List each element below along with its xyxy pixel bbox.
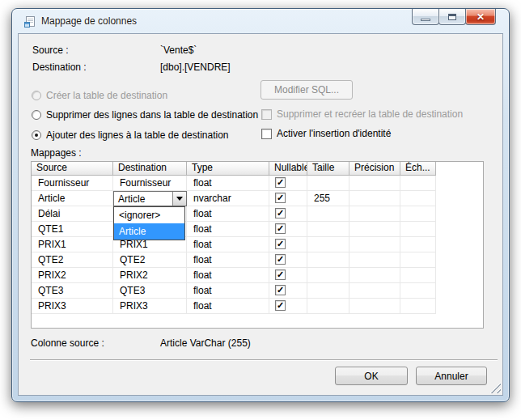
radio-delete-rows[interactable]: Supprimer des lignes dans la table de de… [32,109,258,121]
cell-precision[interactable] [349,176,400,191]
source-column-label: Colonne source : [31,337,104,349]
cell-destination[interactable]: QTE2 [113,252,187,268]
table-row[interactable]: PRIX3 PRIX3 float ✓ [32,299,483,314]
column-header-nullable[interactable]: Nullable [269,162,307,176]
cell-precision[interactable] [349,299,400,314]
nullable-checkbox[interactable]: ✓ [275,285,286,295]
cancel-button[interactable]: Annuler [416,367,487,385]
radio-append-rows[interactable]: Ajouter des lignes à la table de destina… [32,129,229,141]
dropdown-item-article[interactable]: Article [114,223,184,240]
cell-type[interactable]: float [187,268,269,283]
minimize-button[interactable] [412,9,439,25]
chevron-down-icon [176,197,183,204]
checkbox-icon [261,109,272,120]
cell-taille[interactable] [307,176,349,191]
table-row[interactable]: PRIX2 PRIX2 float ✓ [32,268,483,283]
cell-echelle[interactable] [400,191,436,206]
cell-echelle[interactable] [400,222,436,237]
cell-type[interactable]: float [187,237,269,252]
cell-destination[interactable]: PRIX3 [113,299,187,314]
edit-sql-button: Modifier SQL... [260,80,353,100]
nullable-checkbox[interactable]: ✓ [275,223,286,234]
column-header-precision[interactable]: Précision [349,162,400,176]
cell-precision[interactable] [349,252,400,268]
cell-source: QTE1 [32,222,113,237]
cell-nullable: ✓ [269,222,307,237]
cell-type[interactable]: float [187,299,269,314]
check-icon: ✓ [277,239,284,248]
checkbox-label: Activer l'insertion d'identité [277,128,391,139]
column-header-destination[interactable]: Destination [113,162,187,176]
cell-echelle[interactable] [400,176,436,191]
cell-precision[interactable] [349,283,400,299]
cell-echelle[interactable] [400,237,436,252]
cell-source: PRIX2 [32,268,113,283]
grid-header-filler [436,162,483,176]
close-button[interactable]: ✕ [465,9,496,25]
cell-taille[interactable] [307,299,349,314]
cell-type[interactable]: nvarchar [187,191,269,206]
radio-label: Créer la table de destination [46,90,167,101]
nullable-checkbox[interactable]: ✓ [275,300,286,311]
cell-precision[interactable] [349,222,400,237]
nullable-checkbox[interactable]: ✓ [275,254,286,265]
cell-taille[interactable] [307,237,349,252]
table-row[interactable]: Article nvarchar ✓ 255 [32,191,483,206]
column-header-type[interactable]: Type [187,162,269,176]
cell-echelle[interactable] [400,268,436,283]
nullable-checkbox[interactable]: ✓ [275,177,286,188]
cell-source: Fournisseur [32,176,113,191]
cell-nullable: ✓ [269,206,307,222]
nullable-checkbox[interactable]: ✓ [275,269,286,280]
dropdown-item-ignorer[interactable]: <ignorer> [114,207,184,223]
column-header-taille[interactable]: Taille [307,162,349,176]
table-row[interactable]: PRIX1 PRIX1 float ✓ [32,237,483,252]
table-row[interactable]: QTE3 QTE3 float ✓ [32,283,483,299]
checkbox-enable-identity-insert[interactable]: Activer l'insertion d'identité [261,128,391,139]
cell-echelle[interactable] [400,283,436,299]
destination-combobox[interactable]: Article [113,191,187,206]
ok-button[interactable]: OK [335,367,408,385]
cell-type[interactable]: float [187,252,269,268]
title-bar[interactable]: Mappage de colonnes ✕ [12,9,509,33]
cell-type[interactable]: float [187,206,269,222]
cell-type[interactable]: float [187,222,269,237]
cell-taille[interactable] [307,206,349,222]
destination-value: [dbo].[VENDRE] [160,62,231,73]
window-title: Mappage de colonnes [41,15,137,27]
row-filler [436,252,483,268]
column-header-echelle[interactable]: Éch... [400,162,436,176]
cell-taille[interactable]: 255 [307,191,349,206]
resize-grip[interactable] [489,382,501,393]
cell-type[interactable]: float [187,283,269,299]
cell-echelle[interactable] [400,252,436,268]
cell-source: Article [32,191,113,206]
nullable-checkbox[interactable]: ✓ [275,208,286,218]
cell-destination[interactable]: Fournisseur [113,176,187,191]
nullable-checkbox[interactable]: ✓ [275,239,286,249]
table-row[interactable]: Fournisseur Fournisseur float ✓ [32,176,483,191]
check-icon: ✓ [277,269,284,279]
combobox-dropdown-button[interactable] [172,192,186,206]
table-row[interactable]: Délai float ✓ [32,206,483,222]
cell-precision[interactable] [349,191,400,206]
cell-taille[interactable] [307,268,349,283]
table-row[interactable]: QTE2 QTE2 float ✓ [32,252,483,268]
nullable-checkbox[interactable]: ✓ [275,193,286,203]
cell-taille[interactable] [307,222,349,237]
maximize-button[interactable] [438,9,466,25]
row-filler [436,222,483,237]
cell-taille[interactable] [307,252,349,268]
column-header-source[interactable]: Source [32,162,113,176]
cell-precision[interactable] [349,268,400,283]
cell-type[interactable]: float [187,176,269,191]
cell-destination[interactable]: QTE3 [113,283,187,299]
cell-taille[interactable] [307,283,349,299]
cell-echelle[interactable] [400,299,436,314]
cell-precision[interactable] [349,237,400,252]
close-icon: ✕ [477,10,485,24]
cell-echelle[interactable] [400,206,436,222]
table-row[interactable]: QTE1 float ✓ [32,222,483,237]
cell-destination[interactable]: PRIX2 [113,268,187,283]
cell-precision[interactable] [349,206,400,222]
